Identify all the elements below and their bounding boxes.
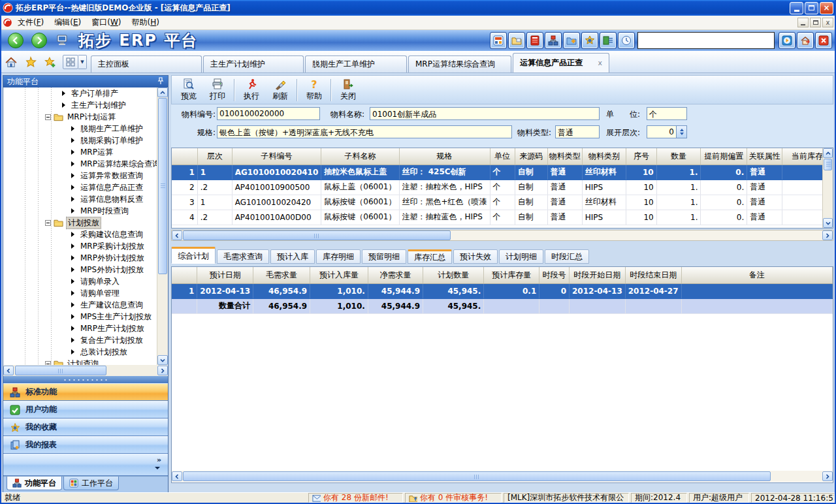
tree-item-0[interactable]: 客户订单排产 [3, 87, 168, 99]
column-header[interactable] [172, 148, 197, 165]
table-row[interactable]: 2.2AP4010010900500鼠标上盖（06001）注塑：抽粒米色，HIP… [172, 180, 833, 195]
tree-item-label[interactable]: MRP运算结果综合查询 [79, 159, 161, 170]
back-button[interactable] [8, 33, 24, 48]
sidebar-splitter[interactable] [3, 376, 168, 383]
forward-button[interactable] [31, 33, 47, 48]
column-header[interactable]: 时段开始日期 [569, 267, 625, 283]
detail-tab-6[interactable]: 预计失效 [453, 249, 498, 264]
tree-item-label[interactable]: 总装计划投放 [79, 347, 129, 358]
tree-item-4[interactable]: 脱期采购订单维护 [3, 134, 168, 146]
minimize-button[interactable] [790, 2, 803, 14]
tree-item-label[interactable]: 脱期生产工单维护 [79, 123, 144, 134]
document-tab-2[interactable]: 脱期生产工单维护 [305, 55, 407, 72]
column-header[interactable]: 关联属性 [747, 148, 782, 165]
tree-item-label[interactable]: 客户订单排产 [70, 88, 120, 99]
pin-icon[interactable] [157, 77, 164, 87]
sidebar-tab-0[interactable]: 功能平台 [7, 477, 62, 490]
sidebar-nav-2[interactable]: 我的收藏 [3, 418, 168, 436]
tree-item-5[interactable]: MRP运算 [3, 146, 168, 158]
detail-tab-3[interactable]: 库存明细 [316, 249, 361, 264]
tree-item-12[interactable]: 采购建议信息查询 [3, 228, 168, 240]
tree-item-label[interactable]: MPS主生产计划投放 [79, 311, 153, 323]
table-row[interactable]: 12012-04-1346,954.91,010.45,944.945,945.… [172, 283, 833, 298]
star-medal-button[interactable] [581, 32, 598, 49]
tree-item-13[interactable]: MRP采购计划投放 [3, 240, 168, 252]
sidebar-nav-1[interactable]: 用户功能 [3, 401, 168, 418]
column-header[interactable]: 预计日期 [197, 267, 253, 283]
column-header[interactable]: 提前期偏置 [701, 148, 747, 165]
caret-down-icon[interactable] [155, 467, 160, 469]
tree-item-7[interactable]: 运算异常数据查询 [3, 170, 168, 181]
tree-item-8[interactable]: 运算信息产品正查 [3, 181, 168, 193]
tree-item-15[interactable]: MPS外协计划投放 [3, 264, 168, 276]
tree-collapse-icon[interactable] [45, 220, 51, 226]
spec-input[interactable]: 银色上盖（按键）+透明深蓝底+无线不充电 [217, 125, 512, 138]
tree-item-label[interactable]: 计划查询 [66, 358, 100, 366]
doc-list-button[interactable] [600, 32, 617, 49]
column-header[interactable]: 预计库存量 [484, 267, 539, 283]
toolbar-打印-button[interactable]: 打印 [203, 77, 232, 103]
column-header[interactable]: 子料编号 [232, 148, 321, 165]
chevron-more-icon[interactable]: » [157, 456, 161, 464]
tree-item-label[interactable]: MRP生产计划投放 [79, 323, 146, 334]
item-type-input[interactable]: 普通 [555, 125, 600, 138]
red-book-button[interactable] [526, 32, 543, 49]
tree-item-label[interactable]: 主生产计划维护 [70, 100, 127, 111]
status-mail[interactable]: 你有 28 份新邮件! [308, 493, 403, 503]
banner-search-input[interactable] [637, 32, 775, 49]
detail-tab-0[interactable]: 综合计划 [171, 247, 216, 264]
add-favorite-quick-button[interactable] [43, 55, 57, 69]
tree-item-22[interactable]: 总装计划投放 [3, 346, 168, 358]
expand-level-input[interactable]: 0 [647, 125, 677, 138]
tree-item-6[interactable]: MRP运算结果综合查询 [3, 158, 168, 170]
close-button[interactable]: × [820, 2, 833, 14]
document-tab-3[interactable]: MRP运算结果综合查询 [408, 55, 511, 72]
tree-item-label[interactable]: 运算异常数据查询 [79, 170, 144, 181]
detail-tab-2[interactable]: 预计入库 [270, 249, 315, 264]
tree-item-label[interactable]: 请购单管理 [79, 288, 121, 299]
favorites-quick-button[interactable] [24, 55, 38, 69]
mdi-minimize-button[interactable] [797, 18, 809, 27]
column-header[interactable]: 物料类型 [547, 148, 582, 165]
org-chart-button[interactable] [545, 32, 562, 49]
column-header[interactable]: 来源码 [515, 148, 547, 165]
tree-collapse-icon[interactable] [45, 114, 51, 120]
mdi-close-button[interactable]: x [822, 18, 833, 27]
home-quick-button[interactable] [4, 55, 18, 69]
tree-item-14[interactable]: MRP外协计划投放 [3, 252, 168, 264]
detail-tab-5[interactable]: 库存汇总 [408, 249, 452, 264]
tree-item-label[interactable]: 请购单录入 [79, 276, 121, 287]
column-header[interactable]: 规格 [399, 148, 490, 165]
expand-level-spinner[interactable] [677, 125, 687, 138]
tree-item-label[interactable]: MRP外协计划投放 [79, 253, 146, 264]
tree-item-10[interactable]: MRP时段查询 [3, 205, 168, 217]
column-header[interactable]: 子料名称 [321, 148, 399, 165]
menu-2[interactable]: 窗口(W) [86, 16, 126, 28]
column-header[interactable]: 预计入库量 [310, 267, 368, 283]
tree-item-label[interactable]: 采购建议信息查询 [79, 229, 144, 240]
tree-vertical-scrollbar[interactable] [157, 87, 168, 365]
toolbar-帮助-button[interactable]: ?帮助 [300, 77, 329, 103]
column-header[interactable]: 净需求量 [368, 267, 423, 283]
play-button[interactable] [779, 32, 796, 49]
column-header[interactable]: 时段号 [539, 267, 570, 283]
tree-item-3[interactable]: 脱期生产工单维护 [3, 123, 168, 134]
tree-item-label[interactable]: 运算信息产品正查 [79, 182, 144, 193]
item-no-input[interactable]: 0100100020000 [217, 107, 320, 120]
unit-input[interactable]: 个 [647, 107, 687, 120]
home-exit-button[interactable] [797, 32, 814, 49]
document-tab-4[interactable]: 运算信息产品正查x [513, 53, 609, 72]
tree-item-16[interactable]: 请购单录入 [3, 276, 168, 287]
tree-item-label[interactable]: 脱期采购订单维护 [79, 135, 144, 146]
sidebar-nav-0[interactable]: 标准功能 [3, 383, 168, 401]
column-header[interactable]: 计划数量 [423, 267, 484, 283]
folder-add-button[interactable] [563, 32, 580, 49]
item-name-input[interactable]: 01001创新半成品 [370, 107, 600, 120]
bom-grid-hscroll[interactable] [171, 230, 833, 241]
sidebar-tab-1[interactable]: 工作平台 [63, 477, 119, 490]
tree-item-label[interactable]: MRP采购计划投放 [79, 241, 146, 252]
toolbar-执行-button[interactable]: 执行 [237, 77, 266, 103]
tab-close-icon[interactable]: x [590, 59, 602, 67]
column-header[interactable]: 物料类别 [582, 148, 626, 165]
tree-item-label[interactable]: MRP运算 [79, 147, 114, 158]
